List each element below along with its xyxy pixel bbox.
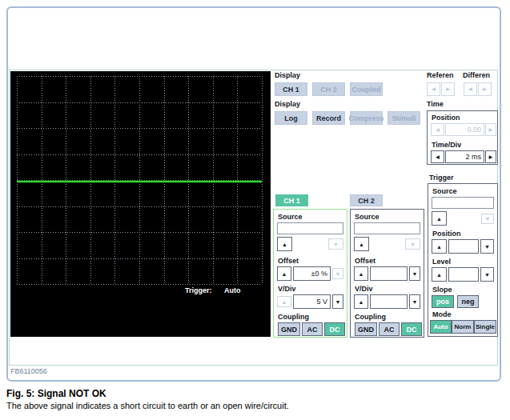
ch1-vdiv-value: 5 V — [293, 294, 331, 309]
ch1-coupling-gnd-button[interactable]: GND — [278, 322, 300, 336]
display-coupled-button[interactable]: Coupled — [350, 82, 383, 96]
caption-body: The above signal indicates a short circu… — [6, 401, 289, 410]
ch2-source-up-button[interactable]: ▲ — [354, 237, 369, 251]
up-arrow-icon: ▲ — [359, 242, 364, 247]
up-arrow-icon: ▲ — [436, 244, 442, 250]
up-arrow-icon: ▲ — [436, 216, 442, 222]
difference-left-arrow-button[interactable]: ◄ — [464, 82, 477, 96]
display-ch2-button[interactable]: CH 2 — [312, 82, 345, 96]
down-arrow-icon: ▼ — [335, 271, 341, 277]
time-position-increase-button[interactable]: ► — [485, 123, 496, 136]
ch1-vdiv-up-button[interactable]: ▲ — [277, 296, 291, 307]
ch2-coupling-gnd-button[interactable]: GND — [355, 322, 377, 336]
time-div-label: Time/Div — [432, 141, 461, 149]
time-position-decrease-button[interactable]: ◄ — [431, 123, 444, 136]
down-arrow-icon: ▼ — [412, 299, 418, 305]
ch1-coupling-dc-button[interactable]: DC — [324, 322, 345, 336]
ch1-source-input[interactable] — [277, 222, 343, 234]
time-position-value: 0,00 — [445, 123, 484, 136]
trigger-position-up-button[interactable]: ▲ — [432, 239, 447, 254]
up-arrow-icon: ▲ — [282, 242, 287, 247]
right-arrow-icon: ► — [445, 86, 452, 93]
trigger-slope-pos-button[interactable]: pos — [432, 295, 454, 308]
ch2-coupling-ac-button[interactable]: AC — [379, 322, 400, 336]
ch2-offset-down-button[interactable]: ▼ — [409, 266, 420, 281]
ch2-vdiv-label: V/Div — [355, 285, 373, 293]
ch2-offset-label: Offset — [355, 257, 375, 265]
record-button[interactable]: Record — [312, 111, 345, 125]
left-arrow-icon: ◄ — [431, 86, 437, 93]
up-arrow-icon: ▲ — [282, 271, 287, 277]
ch1-vdiv-label: V/Div — [278, 285, 296, 293]
log-button[interactable]: Log — [275, 111, 307, 125]
down-arrow-icon: ▼ — [485, 216, 491, 222]
ch1-coupling-label: Coupling — [278, 313, 309, 321]
down-arrow-icon: ▼ — [412, 271, 418, 277]
trigger-level-value — [448, 267, 479, 282]
ch1-offset-label: Offset — [278, 257, 299, 265]
up-arrow-icon: ▲ — [282, 299, 287, 305]
trigger-source-up-button[interactable]: ▲ — [432, 211, 447, 226]
difference-label: Differen — [463, 71, 490, 79]
trigger-source-input[interactable] — [432, 197, 494, 209]
ch1-panel: Source ▲ ▼ Offset ▲ ±0 % ▼ V/Div ▲ 5 V ▼… — [273, 209, 347, 338]
tab-ch1[interactable]: CH 1 — [275, 194, 308, 206]
trigger-slope-neg-button[interactable]: neg — [457, 295, 479, 308]
down-arrow-icon: ▼ — [410, 242, 416, 247]
up-arrow-icon: ▲ — [359, 271, 364, 277]
ch2-vdiv-down-button[interactable]: ▼ — [409, 294, 420, 309]
left-arrow-icon: ◄ — [468, 86, 474, 93]
trigger-mode-single-button[interactable]: Single — [474, 320, 496, 334]
ch1-offset-value: ±0 % — [293, 266, 331, 281]
tab-ch2[interactable]: CH 2 — [350, 194, 383, 206]
time-div-value: 2 ms — [445, 150, 484, 163]
trigger-position-down-button[interactable]: ▼ — [480, 239, 494, 254]
ch2-coupling-dc-button[interactable]: DC — [401, 322, 422, 336]
ch2-coupling-label: Coupling — [355, 313, 386, 321]
ch1-coupling-ac-button[interactable]: AC — [302, 322, 323, 336]
time-div-increase-button[interactable]: ► — [485, 150, 496, 163]
ch2-source-input[interactable] — [354, 222, 420, 234]
ch1-offset-down-button[interactable]: ▼ — [332, 268, 343, 279]
compress-button[interactable]: Compress — [350, 111, 383, 125]
reference-left-arrow-button[interactable]: ◄ — [427, 82, 440, 96]
trigger-source-label: Source — [432, 187, 457, 195]
ch2-vdiv-value — [370, 294, 408, 309]
stimuli-button[interactable]: Stimuli — [388, 111, 420, 125]
scope-trigger-mode-value: Auto — [224, 286, 241, 294]
ch2-offset-up-button[interactable]: ▲ — [354, 266, 368, 281]
display-ch1-button[interactable]: CH 1 — [275, 82, 307, 96]
reference-right-arrow-button[interactable]: ► — [441, 82, 455, 96]
trigger-level-down-button[interactable]: ▼ — [480, 267, 494, 282]
ch2-offset-value — [370, 266, 408, 281]
ch1-vdiv-down-button[interactable]: ▼ — [332, 294, 343, 309]
time-div-decrease-button[interactable]: ◄ — [431, 150, 444, 163]
difference-right-arrow-button[interactable]: ► — [478, 82, 492, 96]
scope-display: Trigger: Auto — [10, 71, 271, 337]
trigger-level-up-button[interactable]: ▲ — [432, 267, 447, 282]
time-group-box: Position ◄ 0,00 ► Time/Div ◄ 2 ms ► — [427, 110, 498, 165]
caption-title: Fig. 5: Signal NOT OK — [6, 388, 106, 399]
scope-trigger-label: Trigger: — [185, 286, 212, 294]
right-arrow-icon: ► — [488, 154, 494, 161]
down-arrow-icon: ▼ — [484, 272, 490, 278]
display-channels-label: Display — [275, 71, 300, 79]
right-arrow-icon: ► — [482, 86, 488, 93]
ch2-panel: Source ▲ ▼ Offset ▲ ▼ V/Div ▲ ▼ Coupling… — [350, 209, 424, 338]
trigger-source-down-button[interactable]: ▼ — [481, 214, 494, 224]
ch1-source-up-button[interactable]: ▲ — [277, 237, 292, 251]
ch2-source-down-button[interactable]: ▼ — [405, 238, 420, 250]
trigger-mode-auto-button[interactable]: Auto — [430, 320, 452, 334]
scope-grid — [17, 76, 263, 286]
trigger-section-label: Trigger — [429, 174, 454, 182]
figure-code: FB6110056 — [10, 367, 47, 375]
left-arrow-icon: ◄ — [435, 154, 441, 161]
up-arrow-icon: ▲ — [359, 299, 364, 305]
time-position-label: Position — [432, 114, 460, 122]
right-arrow-icon: ► — [488, 126, 494, 134]
ch1-source-down-button[interactable]: ▼ — [328, 238, 343, 250]
trigger-mode-norm-button[interactable]: Norm — [452, 320, 474, 334]
display-modes-label: Display — [275, 100, 300, 108]
ch2-vdiv-up-button[interactable]: ▲ — [354, 294, 368, 309]
ch1-offset-up-button[interactable]: ▲ — [277, 266, 291, 281]
